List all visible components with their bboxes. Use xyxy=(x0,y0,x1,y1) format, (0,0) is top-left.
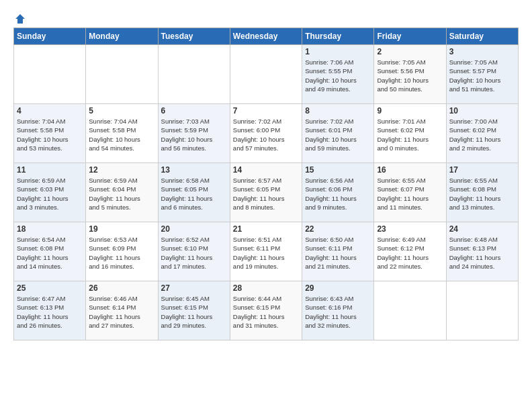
day-number: 23 xyxy=(377,224,443,234)
calendar-cell: 7Sunrise: 7:02 AM Sunset: 6:00 PM Daylig… xyxy=(230,104,302,163)
calendar-cell: 2Sunrise: 7:05 AM Sunset: 5:56 PM Daylig… xyxy=(374,45,446,104)
calendar-cell: 21Sunrise: 6:51 AM Sunset: 6:11 PM Dayli… xyxy=(230,222,302,281)
day-number: 22 xyxy=(305,224,371,234)
day-info: Sunrise: 7:04 AM Sunset: 5:58 PM Dayligh… xyxy=(89,117,154,152)
calendar-cell: 6Sunrise: 7:03 AM Sunset: 5:59 PM Daylig… xyxy=(158,104,230,163)
day-number: 8 xyxy=(305,106,371,116)
day-info: Sunrise: 6:51 AM Sunset: 6:11 PM Dayligh… xyxy=(233,235,299,271)
day-info: Sunrise: 6:53 AM Sunset: 6:09 PM Dayligh… xyxy=(89,235,154,271)
calendar-cell: 19Sunrise: 6:53 AM Sunset: 6:09 PM Dayli… xyxy=(86,222,158,281)
day-info: Sunrise: 6:45 AM Sunset: 6:15 PM Dayligh… xyxy=(161,294,227,330)
day-info: Sunrise: 6:59 AM Sunset: 6:04 PM Dayligh… xyxy=(89,176,154,212)
day-number: 24 xyxy=(449,224,515,234)
day-number: 25 xyxy=(17,283,83,293)
day-number: 20 xyxy=(161,224,227,234)
day-number: 15 xyxy=(305,165,371,175)
day-info: Sunrise: 6:44 AM Sunset: 6:15 PM Dayligh… xyxy=(233,294,299,330)
day-number: 26 xyxy=(89,283,154,293)
calendar-cell: 8Sunrise: 7:02 AM Sunset: 6:01 PM Daylig… xyxy=(302,104,374,163)
calendar-cell: 11Sunrise: 6:59 AM Sunset: 6:03 PM Dayli… xyxy=(14,163,86,222)
day-number: 1 xyxy=(305,47,371,56)
calendar-cell: 27Sunrise: 6:45 AM Sunset: 6:15 PM Dayli… xyxy=(158,281,230,340)
calendar-week-3: 11Sunrise: 6:59 AM Sunset: 6:03 PM Dayli… xyxy=(14,163,519,222)
day-info: Sunrise: 6:56 AM Sunset: 6:06 PM Dayligh… xyxy=(305,176,371,212)
calendar-cell: 24Sunrise: 6:48 AM Sunset: 6:13 PM Dayli… xyxy=(446,222,518,281)
day-info: Sunrise: 6:52 AM Sunset: 6:10 PM Dayligh… xyxy=(161,235,227,271)
calendar-cell: 16Sunrise: 6:55 AM Sunset: 6:07 PM Dayli… xyxy=(374,163,446,222)
calendar-cell: 22Sunrise: 6:50 AM Sunset: 6:11 PM Dayli… xyxy=(302,222,374,281)
day-info: Sunrise: 6:49 AM Sunset: 6:12 PM Dayligh… xyxy=(377,235,443,271)
day-info: Sunrise: 7:04 AM Sunset: 5:58 PM Dayligh… xyxy=(17,117,83,152)
day-info: Sunrise: 6:57 AM Sunset: 6:05 PM Dayligh… xyxy=(233,176,299,212)
calendar-cell: 26Sunrise: 6:46 AM Sunset: 6:14 PM Dayli… xyxy=(86,281,158,340)
svg-marker-0 xyxy=(15,14,25,24)
day-info: Sunrise: 7:06 AM Sunset: 5:55 PM Dayligh… xyxy=(305,58,371,93)
header xyxy=(13,11,519,25)
calendar-cell: 25Sunrise: 6:47 AM Sunset: 6:13 PM Dayli… xyxy=(14,281,86,340)
day-number: 4 xyxy=(17,106,83,116)
calendar-cell: 1Sunrise: 7:06 AM Sunset: 5:55 PM Daylig… xyxy=(302,45,374,104)
calendar-cell: 12Sunrise: 6:59 AM Sunset: 6:04 PM Dayli… xyxy=(86,163,158,222)
day-number: 10 xyxy=(449,106,515,116)
calendar-cell: 13Sunrise: 6:58 AM Sunset: 6:05 PM Dayli… xyxy=(158,163,230,222)
page: SundayMondayTuesdayWednesdayThursdayFrid… xyxy=(0,0,532,411)
day-number: 9 xyxy=(377,106,443,116)
day-number: 6 xyxy=(161,106,227,116)
day-info: Sunrise: 7:05 AM Sunset: 5:56 PM Dayligh… xyxy=(377,58,443,93)
day-number: 3 xyxy=(449,47,515,56)
day-info: Sunrise: 6:55 AM Sunset: 6:08 PM Dayligh… xyxy=(449,176,515,212)
calendar-cell: 29Sunrise: 6:43 AM Sunset: 6:16 PM Dayli… xyxy=(302,281,374,340)
calendar-cell: 23Sunrise: 6:49 AM Sunset: 6:12 PM Dayli… xyxy=(374,222,446,281)
calendar-header-row: SundayMondayTuesdayWednesdayThursdayFrid… xyxy=(14,28,519,45)
day-number: 16 xyxy=(377,165,443,175)
day-number: 27 xyxy=(161,283,227,293)
day-number: 12 xyxy=(89,165,154,175)
day-info: Sunrise: 6:46 AM Sunset: 6:14 PM Dayligh… xyxy=(89,294,154,330)
calendar-cell: 10Sunrise: 7:00 AM Sunset: 6:02 PM Dayli… xyxy=(446,104,518,163)
day-info: Sunrise: 6:48 AM Sunset: 6:13 PM Dayligh… xyxy=(449,235,515,271)
calendar-cell xyxy=(230,45,302,104)
calendar-cell: 14Sunrise: 6:57 AM Sunset: 6:05 PM Dayli… xyxy=(230,163,302,222)
day-info: Sunrise: 7:05 AM Sunset: 5:57 PM Dayligh… xyxy=(449,58,515,93)
day-number: 2 xyxy=(377,47,443,56)
calendar-cell xyxy=(446,281,518,340)
day-number: 21 xyxy=(233,224,299,234)
calendar-cell: 4Sunrise: 7:04 AM Sunset: 5:58 PM Daylig… xyxy=(14,104,86,163)
calendar-week-5: 25Sunrise: 6:47 AM Sunset: 6:13 PM Dayli… xyxy=(14,281,519,340)
day-number: 19 xyxy=(89,224,154,234)
calendar-cell: 28Sunrise: 6:44 AM Sunset: 6:15 PM Dayli… xyxy=(230,281,302,340)
day-number: 13 xyxy=(161,165,227,175)
calendar-cell: 20Sunrise: 6:52 AM Sunset: 6:10 PM Dayli… xyxy=(158,222,230,281)
calendar-header-sunday: Sunday xyxy=(14,28,86,45)
calendar-cell xyxy=(86,45,158,104)
logo-area xyxy=(13,11,26,25)
calendar-header-thursday: Thursday xyxy=(302,28,374,45)
day-info: Sunrise: 7:00 AM Sunset: 6:02 PM Dayligh… xyxy=(449,117,515,152)
day-info: Sunrise: 6:50 AM Sunset: 6:11 PM Dayligh… xyxy=(305,235,371,271)
day-info: Sunrise: 7:02 AM Sunset: 6:01 PM Dayligh… xyxy=(305,117,371,152)
day-info: Sunrise: 6:58 AM Sunset: 6:05 PM Dayligh… xyxy=(161,176,227,212)
day-number: 29 xyxy=(305,283,371,293)
calendar-cell: 5Sunrise: 7:04 AM Sunset: 5:58 PM Daylig… xyxy=(86,104,158,163)
calendar-cell: 18Sunrise: 6:54 AM Sunset: 6:08 PM Dayli… xyxy=(14,222,86,281)
day-info: Sunrise: 7:02 AM Sunset: 6:00 PM Dayligh… xyxy=(233,117,299,152)
calendar-cell xyxy=(158,45,230,104)
day-number: 28 xyxy=(233,283,299,293)
day-info: Sunrise: 6:59 AM Sunset: 6:03 PM Dayligh… xyxy=(17,176,83,212)
day-number: 17 xyxy=(449,165,515,175)
day-number: 18 xyxy=(17,224,83,234)
calendar-cell xyxy=(14,45,86,104)
calendar-cell xyxy=(374,281,446,340)
day-info: Sunrise: 7:03 AM Sunset: 5:59 PM Dayligh… xyxy=(161,117,227,152)
logo-icon xyxy=(14,13,26,25)
calendar-week-1: 1Sunrise: 7:06 AM Sunset: 5:55 PM Daylig… xyxy=(14,45,519,104)
day-info: Sunrise: 6:54 AM Sunset: 6:08 PM Dayligh… xyxy=(17,235,83,271)
calendar-table: SundayMondayTuesdayWednesdayThursdayFrid… xyxy=(13,28,519,340)
day-info: Sunrise: 6:55 AM Sunset: 6:07 PM Dayligh… xyxy=(377,176,443,212)
calendar-week-2: 4Sunrise: 7:04 AM Sunset: 5:58 PM Daylig… xyxy=(14,104,519,163)
day-number: 7 xyxy=(233,106,299,116)
calendar-week-4: 18Sunrise: 6:54 AM Sunset: 6:08 PM Dayli… xyxy=(14,222,519,281)
day-number: 14 xyxy=(233,165,299,175)
calendar-cell: 15Sunrise: 6:56 AM Sunset: 6:06 PM Dayli… xyxy=(302,163,374,222)
calendar-header-tuesday: Tuesday xyxy=(158,28,230,45)
